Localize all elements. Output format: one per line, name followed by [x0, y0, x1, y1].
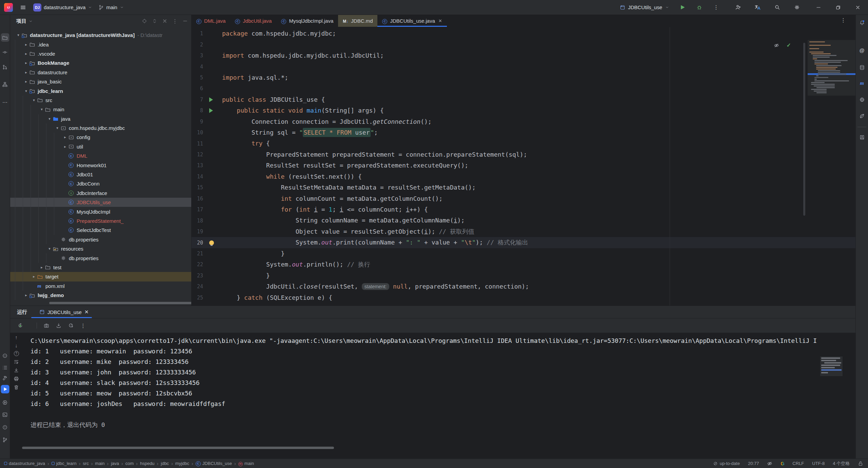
more-actions-button[interactable]: ⋮	[712, 3, 720, 12]
tree-row-JdbcInterface[interactable]: IJdbcInterface	[10, 189, 191, 198]
locate-file-button[interactable]	[142, 18, 147, 24]
breadcrumb-item-src[interactable]: src	[83, 461, 88, 466]
encoding-widget[interactable]: UTF-8	[812, 461, 825, 466]
chevron-open-icon[interactable]: ▾	[15, 33, 22, 37]
vcs-status-widget[interactable]: up-to-date	[713, 461, 740, 466]
tree-row-datastructure_java[interactable]: ▾datastructure_java [datastructureWithJa…	[10, 31, 191, 40]
tree-row-test[interactable]: ▸test	[10, 263, 191, 272]
tree-row-.idea[interactable]: ▸.idea	[10, 40, 191, 49]
search-everywhere-button[interactable]	[773, 3, 781, 12]
more-toolwindows-button[interactable]: …	[1, 97, 9, 105]
database-toolwindow-button[interactable]	[858, 63, 866, 72]
tree-row-config[interactable]: ▸config	[10, 133, 191, 142]
editor-line-20[interactable]: 20 System.out.print(columnName + ": " + …	[192, 237, 855, 248]
screenshot-button[interactable]	[44, 323, 49, 328]
soft-wrap-button[interactable]	[14, 359, 19, 365]
translate-button[interactable]	[753, 3, 762, 12]
dictionary-toolwindow-button[interactable]	[858, 133, 866, 141]
ai-assistant-button[interactable]: @	[858, 46, 866, 55]
chevron-open-icon[interactable]: ▾	[23, 89, 29, 93]
intention-bulb-icon[interactable]	[209, 240, 214, 245]
editor-line-23[interactable]: 23 }	[192, 270, 855, 281]
down-stacktrace-button[interactable]: ↓	[15, 343, 18, 348]
editor-tab-JdbcUtil.java[interactable]: CJdbcUtil.java	[230, 15, 276, 27]
settings-button[interactable]	[793, 3, 801, 12]
editor-line-19[interactable]: 19 Object value = resultSet.getObject(i)…	[192, 226, 855, 237]
build-toolwindow-button[interactable]	[1, 374, 9, 382]
help-button[interactable]: ?	[14, 351, 19, 356]
main-menu-button[interactable]	[19, 3, 27, 12]
pull-requests-toolwindow-button[interactable]	[1, 63, 9, 71]
editor-line-2[interactable]: 2	[192, 39, 855, 50]
tree-row-JDBCUtils_use[interactable]: CJDBCUtils_use	[10, 198, 191, 207]
code-with-me-button[interactable]	[734, 3, 742, 12]
editor-line-14[interactable]: 14 while (resultSet.next()) {	[192, 171, 855, 182]
editor-line-10[interactable]: 10 String sql = "SELECT * FROM user";	[192, 127, 855, 138]
editor-line-4[interactable]: 4	[192, 61, 855, 72]
rerun-button[interactable]	[18, 323, 23, 328]
up-stacktrace-button[interactable]: ↑	[15, 335, 18, 340]
hide-panel-button[interactable]	[182, 18, 188, 24]
tree-row-com.hspedu.jdbc.myjdbc[interactable]: ▾com.hspedu.jdbc.myjdbc	[10, 123, 191, 133]
editor-line-16[interactable]: 16 int columnCount = metaData.getColumnC…	[192, 193, 855, 204]
editor-tab-MysqlJdbcImpl.java[interactable]: CMysqlJdbcImpl.java	[276, 15, 338, 27]
tree-row-JdbcConn[interactable]: CJdbcConn	[10, 179, 191, 188]
editor-line-6[interactable]: 6	[192, 83, 855, 94]
editor-line-21[interactable]: 21 }	[192, 248, 855, 259]
console-minimap[interactable]	[820, 356, 843, 376]
editor-line-9[interactable]: 9 Connection connection = JdbcUtil.getCo…	[192, 116, 855, 127]
maven-toolwindow-button[interactable]: m	[858, 79, 866, 87]
no-problems-icon[interactable]: ✓	[787, 42, 791, 48]
editor-line-7[interactable]: 7public class JDBCUtils_use {	[192, 94, 855, 105]
highlighting-level-widget[interactable]	[767, 461, 772, 466]
debug-button[interactable]	[695, 3, 703, 12]
print-button[interactable]	[14, 376, 19, 382]
chevron-closed-icon[interactable]: ▸	[23, 42, 29, 47]
indent-widget[interactable]: 4 个空格	[833, 461, 850, 467]
chevron-closed-icon[interactable]: ▸	[23, 79, 29, 84]
editor-tab-JDBC.md[interactable]: M↓JDBC.md	[338, 15, 377, 27]
tree-row-target[interactable]: ▸target	[10, 272, 191, 281]
editor-line-24[interactable]: 24 JdbcUtil.close(resultSet, statement: …	[192, 281, 855, 292]
breadcrumb-item-java[interactable]: java	[111, 461, 119, 466]
console-options-button[interactable]: ⋮	[80, 323, 86, 329]
google-translate-icon[interactable]: G	[781, 461, 784, 466]
editor-line-8[interactable]: 8 public static void main(String[] args)…	[192, 105, 855, 116]
tree-row-PreparedStatement_[interactable]: CPreparedStatement_	[10, 216, 191, 226]
tree-row-src[interactable]: ▾src	[10, 96, 191, 105]
spring-toolwindow-button[interactable]	[858, 112, 866, 120]
run-button[interactable]	[678, 3, 686, 12]
tree-row-SelectJdbcTest[interactable]: CSelectJdbcTest	[10, 226, 191, 235]
chevron-closed-icon[interactable]: ▸	[31, 274, 37, 279]
breadcrumb-item-myjdbc[interactable]: myjdbc	[175, 461, 189, 466]
tree-row-Jdbc01[interactable]: CJdbc01	[10, 170, 191, 179]
tree-row-BookManage[interactable]: ▸BookManage	[10, 58, 191, 67]
collapse-all-button[interactable]	[162, 18, 167, 24]
tree-row-MysqlJdbcImpl[interactable]: CMysqlJdbcImpl	[10, 207, 191, 216]
code-minimap[interactable]	[808, 40, 855, 96]
editor-line-22[interactable]: 22 System.out.println(); // 换行	[192, 259, 855, 270]
chevron-closed-icon[interactable]: ▸	[62, 135, 68, 139]
tree-row-DML[interactable]: CDML	[10, 151, 191, 160]
chevron-open-icon[interactable]: ▾	[54, 126, 61, 130]
panel-options-button[interactable]: ⋮	[172, 18, 178, 24]
close-tab-button[interactable]: ✕	[438, 18, 442, 23]
chevron-closed-icon[interactable]: ▸	[38, 265, 45, 270]
run-toolwindow-button[interactable]	[1, 385, 9, 393]
structure-toolwindow-button[interactable]	[1, 80, 9, 89]
console-horizontal-scrollbar[interactable]	[22, 447, 334, 449]
caret-position-widget[interactable]: 20:77	[748, 461, 759, 466]
breadcrumb-item-main[interactable]: main	[95, 461, 104, 466]
editor[interactable]: ✓ 1package com.hspedu.jdbc.myjdbc;23impo…	[192, 27, 855, 306]
editor-line-18[interactable]: 18 String columnName = metaData.getColum…	[192, 215, 855, 226]
tree-row-.vscode[interactable]: ▸.vscode	[10, 49, 191, 58]
tree-row-resources[interactable]: ▾resources	[10, 244, 191, 253]
tree-row-pom.xml[interactable]: mpom.xml	[10, 281, 191, 291]
breadcrumb-item-JDBCUtils_use[interactable]: CJDBCUtils_use	[196, 461, 232, 466]
vcs-branch-widget[interactable]: main	[98, 4, 124, 10]
editor-line-1[interactable]: 1package com.hspedu.jdbc.myjdbc;	[192, 28, 855, 39]
services-toolwindow-button[interactable]	[1, 398, 9, 407]
tree-row-java[interactable]: ▾java	[10, 114, 191, 123]
line-separator-widget[interactable]: CRLF	[792, 461, 804, 466]
editor-line-15[interactable]: 15 ResultSetMetaData metaData = resultSe…	[192, 182, 855, 193]
